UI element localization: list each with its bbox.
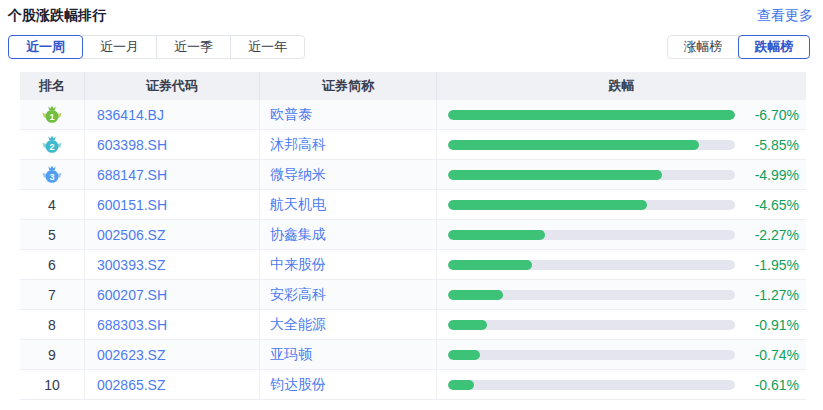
- stock-name-link[interactable]: 协鑫集成: [260, 220, 437, 249]
- rank-cell: 2: [20, 130, 85, 159]
- change-bar-track: [448, 260, 735, 270]
- change-cell: -4.99%: [437, 160, 806, 189]
- change-bar-fill: [448, 260, 532, 270]
- change-cell: -0.61%: [437, 370, 806, 399]
- table-row: 4600151.SH航天机电-4.65%: [20, 190, 806, 220]
- view-more-link[interactable]: 查看更多: [757, 7, 813, 25]
- change-cell: -5.85%: [437, 130, 806, 159]
- change-bar-fill: [448, 320, 487, 330]
- change-bar-track: [448, 380, 735, 390]
- stock-code-link[interactable]: 836414.BJ: [85, 100, 260, 129]
- change-percent: -0.74%: [755, 347, 806, 363]
- table-row: 7600207.SH安彩高科-1.27%: [20, 280, 806, 310]
- rank-cell: 3: [20, 160, 85, 189]
- change-bar-track: [448, 290, 735, 300]
- medal-rank-3-icon: 3: [41, 164, 63, 186]
- table-row: 5002506.SZ协鑫集成-2.27%: [20, 220, 806, 250]
- stock-code-link[interactable]: 600151.SH: [85, 190, 260, 219]
- period-tab-0[interactable]: 近一周: [8, 35, 83, 59]
- stock-name-link[interactable]: 沐邦高科: [260, 130, 437, 159]
- stock-ranking-panel: 个股涨跌幅排行 查看更多 近一周近一月近一季近一年 涨幅榜跌幅榜 排名证券代码证…: [0, 0, 823, 400]
- table-row: 2603398.SH沐邦高科-5.85%: [20, 130, 806, 160]
- table-row: 6300393.SZ中来股份-1.95%: [20, 250, 806, 280]
- tabs-row: 近一周近一月近一季近一年 涨幅榜跌幅榜: [8, 35, 810, 59]
- rank-number: 10: [44, 377, 60, 393]
- rank-cell: 1: [20, 100, 85, 129]
- stock-code-link[interactable]: 002506.SZ: [85, 220, 260, 249]
- rank-number: 6: [48, 257, 56, 273]
- stock-code-link[interactable]: 002623.SZ: [85, 340, 260, 369]
- rank-cell: 10: [20, 370, 85, 399]
- stock-name-link[interactable]: 钧达股份: [260, 370, 437, 399]
- column-header-2: 证券简称: [260, 72, 437, 100]
- board-tab-group: 涨幅榜跌幅榜: [667, 35, 810, 59]
- board-tab-1[interactable]: 跌幅榜: [738, 35, 810, 59]
- table-row: 1836414.BJ欧普泰-6.70%: [20, 100, 806, 130]
- ranking-table: 排名证券代码证券简称跌幅 1836414.BJ欧普泰-6.70%2603398.…: [20, 72, 806, 400]
- change-cell: -0.91%: [437, 310, 806, 339]
- panel-header: 个股涨跌幅排行 查看更多: [0, 0, 823, 24]
- change-cell: -1.95%: [437, 250, 806, 279]
- change-percent: -4.65%: [755, 197, 806, 213]
- change-percent: -1.95%: [755, 257, 806, 273]
- rank-cell: 9: [20, 340, 85, 369]
- stock-name-link[interactable]: 航天机电: [260, 190, 437, 219]
- change-bar-fill: [448, 380, 474, 390]
- change-bar-fill: [448, 290, 503, 300]
- rank-number: 9: [48, 347, 56, 363]
- change-bar-fill: [448, 350, 480, 360]
- stock-name-link[interactable]: 微导纳米: [260, 160, 437, 189]
- stock-name-link[interactable]: 亚玛顿: [260, 340, 437, 369]
- rank-number: 5: [48, 227, 56, 243]
- stock-name-link[interactable]: 大全能源: [260, 310, 437, 339]
- change-percent: -2.27%: [755, 227, 806, 243]
- period-tab-1[interactable]: 近一月: [82, 35, 157, 59]
- table-row: 9002623.SZ亚玛顿-0.74%: [20, 340, 806, 370]
- change-bar-track: [448, 140, 735, 150]
- change-bar-track: [448, 230, 735, 240]
- period-tab-2[interactable]: 近一季: [156, 35, 231, 59]
- change-cell: -2.27%: [437, 220, 806, 249]
- period-tab-group: 近一周近一月近一季近一年: [8, 35, 305, 59]
- stock-code-link[interactable]: 688147.SH: [85, 160, 260, 189]
- table-header-row: 排名证券代码证券简称跌幅: [20, 72, 806, 100]
- change-percent: -4.99%: [755, 167, 806, 183]
- change-bar-fill: [448, 170, 662, 180]
- rank-cell: 5: [20, 220, 85, 249]
- period-tab-3[interactable]: 近一年: [230, 35, 305, 59]
- svg-text:1: 1: [49, 111, 54, 121]
- medal-rank-1-icon: 1: [41, 104, 63, 126]
- rank-cell: 4: [20, 190, 85, 219]
- change-percent: -5.85%: [755, 137, 806, 153]
- stock-name-link[interactable]: 中来股份: [260, 250, 437, 279]
- column-header-3: 跌幅: [437, 72, 806, 100]
- change-bar-fill: [448, 110, 735, 120]
- stock-code-link[interactable]: 600207.SH: [85, 280, 260, 309]
- change-percent: -0.61%: [755, 377, 806, 393]
- stock-code-link[interactable]: 603398.SH: [85, 130, 260, 159]
- svg-text:3: 3: [49, 171, 54, 181]
- change-bar-track: [448, 110, 735, 120]
- column-header-0: 排名: [20, 72, 85, 100]
- change-percent: -1.27%: [755, 287, 806, 303]
- stock-name-link[interactable]: 安彩高科: [260, 280, 437, 309]
- change-bar-fill: [448, 200, 647, 210]
- change-bar-fill: [448, 230, 545, 240]
- rank-cell: 8: [20, 310, 85, 339]
- board-tab-0[interactable]: 涨幅榜: [667, 35, 739, 59]
- svg-text:2: 2: [49, 141, 54, 151]
- change-bar-track: [448, 320, 735, 330]
- change-bar-track: [448, 200, 735, 210]
- medal-rank-2-icon: 2: [41, 134, 63, 156]
- stock-code-link[interactable]: 002865.SZ: [85, 370, 260, 399]
- change-cell: -6.70%: [437, 100, 806, 129]
- rank-cell: 6: [20, 250, 85, 279]
- change-percent: -6.70%: [755, 107, 806, 123]
- stock-code-link[interactable]: 300393.SZ: [85, 250, 260, 279]
- column-header-1: 证券代码: [85, 72, 260, 100]
- rank-number: 4: [48, 197, 56, 213]
- stock-code-link[interactable]: 688303.SH: [85, 310, 260, 339]
- change-cell: -1.27%: [437, 280, 806, 309]
- stock-name-link[interactable]: 欧普泰: [260, 100, 437, 129]
- rank-cell: 7: [20, 280, 85, 309]
